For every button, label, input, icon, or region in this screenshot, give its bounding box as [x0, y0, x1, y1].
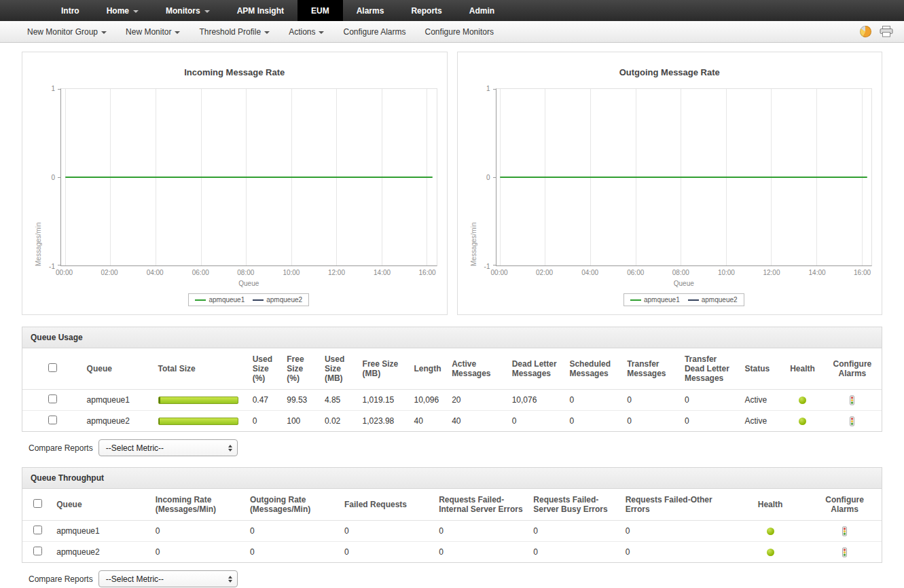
incoming-rate-value: 0 [151, 521, 246, 542]
chart-legend: apmqueue1 apmqueue2 [188, 293, 309, 306]
outgoing-rate-value: 0 [246, 542, 340, 563]
status-value: Active [740, 390, 782, 411]
legend-item-apmqueue2: apmqueue2 [688, 296, 738, 304]
nav-reports[interactable]: Reports [397, 0, 455, 21]
configure-monitors-button[interactable]: Configure Monitors [425, 27, 494, 37]
nav-apm-insight[interactable]: APM Insight [223, 0, 297, 21]
configure-alarms-icon[interactable] [848, 416, 856, 426]
select-all-checkbox[interactable] [48, 363, 57, 372]
requests-failed-other-value: 0 [621, 542, 733, 563]
x-axis-ticks: 00:00 02:00 04:00 06:00 08:00 10:00 12:0… [496, 269, 873, 278]
queue-throughput-section: Queue Throughput Queue Incoming Rate (Me… [22, 467, 882, 563]
chevron-down-icon [204, 10, 210, 13]
row-checkbox[interactable] [33, 526, 42, 534]
threshold-profile-button[interactable]: Threshold Profile [199, 27, 270, 37]
requests-failed-internal-value: 0 [435, 521, 529, 542]
failed-requests-value: 0 [340, 542, 435, 563]
free-size-mb-value: 1,023.98 [359, 411, 410, 432]
nav-monitors-label: Monitors [166, 6, 200, 16]
nav-intro-label: Intro [61, 6, 79, 16]
queue-usage-section: Queue Usage Queue Total Size Used Size (… [22, 327, 882, 432]
metric-select-value: --Select Metric-- [106, 443, 164, 453]
nav-alarms-label: Alarms [357, 6, 384, 16]
status-value: Active [740, 411, 782, 432]
col-queue: Queue [83, 348, 154, 390]
compare-reports-label: Compare Reports [29, 574, 93, 584]
configure-alarms-icon[interactable] [840, 547, 849, 557]
section-title: Queue Throughput [22, 468, 882, 489]
chevron-down-icon [264, 31, 270, 34]
requests-failed-internal-value: 0 [435, 542, 529, 563]
metric-select[interactable]: --Select Metric-- [98, 570, 238, 587]
series-line-apmqueue1 [500, 177, 867, 178]
new-monitor-group-button[interactable]: New Monitor Group [27, 27, 107, 37]
series-color-swatch [195, 299, 206, 301]
col-requests-failed-other: Requests Failed-Other Errors [621, 489, 733, 521]
configure-alarms-icon[interactable] [840, 526, 849, 536]
failed-requests-value: 0 [340, 521, 435, 542]
configure-alarms-icon[interactable] [848, 395, 856, 405]
col-active-messages: Active Messages [448, 348, 508, 390]
col-health: Health [733, 489, 808, 521]
nav-home[interactable]: Home [93, 0, 152, 21]
print-icon[interactable] [880, 26, 893, 37]
outgoing-message-rate-chart: Outgoing Message Rate Messages/min 1 0 -… [457, 52, 883, 315]
col-total-size: Total Size [154, 348, 249, 390]
legend-item-apmqueue2: apmqueue2 [253, 296, 302, 304]
col-scheduled-messages: Scheduled Messages [565, 348, 623, 390]
legend-item-apmqueue1: apmqueue1 [630, 296, 680, 304]
length-value: 10,096 [410, 390, 448, 411]
new-monitor-label: New Monitor [126, 27, 171, 37]
new-monitor-group-label: New Monitor Group [27, 27, 98, 37]
row-checkbox[interactable] [48, 394, 57, 403]
nav-intro[interactable]: Intro [48, 0, 93, 21]
dead-letter-messages-value: 0 [508, 411, 566, 432]
top-navigation: Intro Home Monitors APM Insight EUM Alar… [0, 0, 904, 21]
configure-alarms-label: Configure Alarms [343, 27, 405, 37]
x-axis-label: Queue [60, 280, 437, 287]
theme-icon[interactable] [860, 26, 871, 37]
row-checkbox[interactable] [48, 416, 57, 424]
queue-name: apmqueue1 [52, 521, 151, 542]
nav-monitors[interactable]: Monitors [152, 0, 223, 21]
x-axis-ticks: 00:00 02:00 04:00 06:00 08:00 10:00 12:0… [60, 269, 437, 278]
queue-usage-table: Queue Total Size Used Size (%) Free Size… [22, 348, 882, 431]
configure-alarms-button[interactable]: Configure Alarms [343, 27, 405, 37]
transfer-dead-letter-messages-value: 0 [681, 390, 741, 411]
nav-alarms[interactable]: Alarms [343, 0, 398, 21]
queue-throughput-compare-reports: Compare Reports --Select Metric-- [29, 570, 882, 587]
health-ok-icon [767, 549, 774, 556]
col-requests-failed-busy: Requests Failed-Server Busy Errors [529, 489, 621, 521]
col-free-size-pct: Free Size (%) [283, 348, 321, 390]
row-checkbox[interactable] [33, 547, 42, 555]
new-monitor-button[interactable]: New Monitor [126, 27, 180, 37]
active-messages-value: 20 [448, 390, 508, 411]
charts-row: Incoming Message Rate Messages/min 1 0 -… [0, 43, 904, 316]
section-title: Queue Usage [22, 327, 882, 348]
incoming-message-rate-chart: Incoming Message Rate Messages/min 1 0 -… [22, 52, 448, 315]
transfer-messages-value: 0 [623, 390, 681, 411]
select-all-checkbox[interactable] [33, 499, 42, 508]
series-color-swatch [630, 299, 641, 301]
metric-select[interactable]: --Select Metric-- [98, 439, 238, 456]
requests-failed-busy-value: 0 [529, 542, 621, 563]
table-row: apmqueue2 0 100 0.02 1,023.98 40 40 0 0 … [22, 411, 882, 432]
nav-home-label: Home [107, 6, 129, 16]
queue-throughput-table: Queue Incoming Rate (Messages/Min) Outgo… [22, 489, 882, 562]
col-transfer-messages: Transfer Messages [623, 348, 681, 390]
col-used-size-mb: Used Size (MB) [321, 348, 359, 390]
col-dead-letter-messages: Dead Letter Messages [508, 348, 566, 390]
col-incoming-rate: Incoming Rate (Messages/Min) [151, 489, 246, 521]
total-size-bar [158, 418, 238, 425]
outgoing-rate-value: 0 [246, 521, 340, 542]
col-used-size-pct: Used Size (%) [249, 348, 283, 390]
nav-eum[interactable]: EUM [297, 0, 343, 21]
actions-button[interactable]: Actions [289, 27, 324, 37]
series-color-swatch [688, 299, 699, 301]
health-ok-icon [799, 418, 806, 425]
used-size-mb-value: 4.85 [321, 390, 359, 411]
col-requests-failed-internal: Requests Failed-Internal Server Errors [435, 489, 529, 521]
used-size-mb-value: 0.02 [321, 411, 359, 432]
queue-name: apmqueue1 [83, 390, 154, 411]
nav-admin[interactable]: Admin [456, 0, 508, 21]
